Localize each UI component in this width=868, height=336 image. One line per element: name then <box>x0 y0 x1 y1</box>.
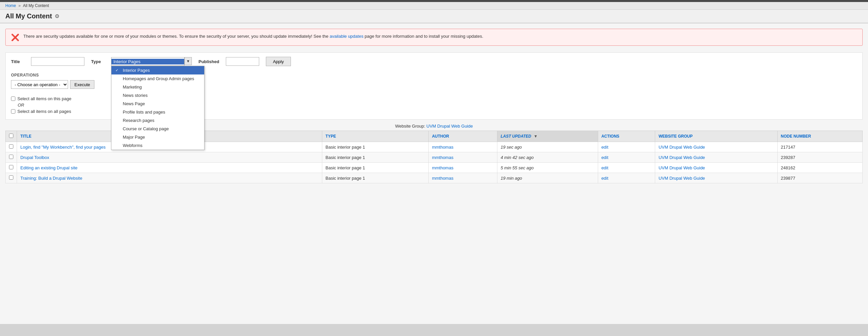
type-filter-label: Type <box>91 59 104 64</box>
select-all-header-checkbox[interactable] <box>9 134 13 138</box>
dropdown-item-interior-pages[interactable]: ✓ Interior Pages <box>112 66 204 75</box>
row-title-cell: Drupal Toolbox <box>17 152 322 163</box>
row-title-cell: Training: Build a Drupal Website <box>17 173 322 184</box>
type-dropdown-menu: ✓ Interior Pages Homepages and Group Adm… <box>111 66 205 150</box>
th-website-group[interactable]: WEBSITE GROUP <box>655 131 777 142</box>
row-group-link[interactable]: UVM Drupal Web Guide <box>658 155 705 160</box>
row-group-cell: UVM Drupal Web Guide <box>655 152 777 163</box>
th-last-updated-label: LAST UPDATED <box>501 134 531 139</box>
th-title-label: TITLE <box>20 134 31 139</box>
alert-message-end: page for more information and to install… <box>363 34 483 39</box>
row-author-link[interactable]: mmthomas <box>432 165 453 170</box>
row-author-link[interactable]: mmthomas <box>432 145 453 150</box>
dropdown-item-profile-lists[interactable]: Profile lists and pages <box>112 108 204 116</box>
dropdown-label: Course or Catalog page <box>123 126 169 131</box>
th-type-label: TYPE <box>326 134 336 139</box>
title-filter-label: Title <box>11 59 24 64</box>
dropdown-label: News stories <box>123 93 148 98</box>
row-updated-cell: 5 min 55 sec ago <box>497 163 598 173</box>
table-row: Training: Build a Drupal Website Basic i… <box>6 173 863 184</box>
alert-box: ❌ There are security updates available f… <box>5 29 863 46</box>
website-group-link[interactable]: UVM Drupal Web Guide <box>426 123 473 129</box>
dropdown-label: Webforms <box>123 143 143 148</box>
select-all-this-page-label: Select all items on this page <box>17 96 71 101</box>
row-group-link[interactable]: UVM Drupal Web Guide <box>658 165 705 170</box>
select-all-this-page-checkbox[interactable] <box>11 96 16 101</box>
th-last-updated[interactable]: LAST UPDATED ▼ <box>497 131 598 142</box>
dropdown-item-news-page[interactable]: News Page <box>112 100 204 108</box>
th-checkbox <box>6 131 17 142</box>
table-row: Drupal Toolbox Basic interior page 1 mmt… <box>6 152 863 163</box>
dropdown-label: Marketing <box>123 84 142 89</box>
page-title-bar: All My Content ⚙ <box>0 10 868 23</box>
dropdown-item-research[interactable]: Research pages <box>112 116 204 124</box>
th-actions[interactable]: ACTIONS <box>598 131 655 142</box>
dropdown-item-news-stories[interactable]: News stories <box>112 91 204 100</box>
row-actions-cell: edit <box>598 142 655 152</box>
row-type-cell: Basic interior page 1 <box>322 163 428 173</box>
error-icon: ❌ <box>11 33 19 41</box>
row-actions-cell: edit <box>598 173 655 184</box>
row-edit-link[interactable]: edit <box>601 176 609 181</box>
row-author-cell: mmthomas <box>428 142 497 152</box>
row-type-cell: Basic interior page 1 <box>322 152 428 163</box>
row-checkbox-cell <box>6 152 17 163</box>
row-group-link[interactable]: UVM Drupal Web Guide <box>658 176 705 181</box>
operations-select[interactable]: - Choose an operation - - Choose an oper… <box>11 80 68 89</box>
dropdown-label: News Page <box>123 101 145 106</box>
type-selected-item: Interior Pages <box>112 59 184 64</box>
th-website-group-label: WEBSITE GROUP <box>658 134 692 139</box>
row-edit-link[interactable]: edit <box>601 165 609 170</box>
alert-text: There are security updates available for… <box>23 33 484 40</box>
row-checkbox[interactable] <box>9 165 13 169</box>
row-node-cell: 239287 <box>777 152 862 163</box>
table-row: Editing an existing Drupal site Basic in… <box>6 163 863 173</box>
th-author[interactable]: AUTHOR <box>428 131 497 142</box>
row-title-link[interactable]: Login, find "My Workbench", find your pa… <box>20 145 105 150</box>
execute-button[interactable]: Execute <box>70 80 94 89</box>
apply-button[interactable]: Apply <box>266 57 291 66</box>
page-title: All My Content <box>5 12 52 20</box>
dropdown-item-major-page[interactable]: Major Page <box>112 133 204 141</box>
row-title-link[interactable]: Training: Build a Drupal Website <box>20 176 83 181</box>
row-checkbox-cell <box>6 173 17 184</box>
dropdown-item-marketing[interactable]: Marketing <box>112 83 204 91</box>
row-updated-cell: 19 sec ago <box>497 142 598 152</box>
th-author-label: AUTHOR <box>432 134 449 139</box>
row-title-link[interactable]: Drupal Toolbox <box>20 155 49 160</box>
alert-message-start: There are security updates available for… <box>23 34 330 39</box>
breadcrumb-home[interactable]: Home <box>5 3 16 8</box>
row-group-link[interactable]: UVM Drupal Web Guide <box>658 145 705 150</box>
row-edit-link[interactable]: edit <box>601 155 609 160</box>
row-type-cell: Basic interior page 1 <box>322 173 428 184</box>
title-filter-input[interactable] <box>31 57 84 66</box>
dropdown-label: Homepages and Group Admin pages <box>123 76 194 81</box>
row-edit-link[interactable]: edit <box>601 145 609 150</box>
dropdown-label: Major Page <box>123 135 145 140</box>
type-select-display[interactable]: Interior Pages <box>111 57 184 66</box>
type-dropdown-arrow[interactable]: ▼ <box>184 57 192 65</box>
row-checkbox-cell <box>6 142 17 152</box>
dropdown-item-course-catalog[interactable]: Course or Catalog page <box>112 124 204 133</box>
dropdown-item-webforms[interactable]: Webforms <box>112 141 204 150</box>
row-checkbox[interactable] <box>9 175 13 180</box>
row-checkbox-cell <box>6 163 17 173</box>
main-content: ❌ There are security updates available f… <box>0 23 868 324</box>
th-node-number[interactable]: NODE NUMBER <box>777 131 862 142</box>
row-author-link[interactable]: mmthomas <box>432 155 453 160</box>
row-checkbox[interactable] <box>9 144 13 149</box>
select-all-all-pages-label: Select all items on all pages <box>17 109 71 114</box>
sort-arrow-icon: ▼ <box>534 134 538 139</box>
type-dropdown-container: Interior Pages ▼ ✓ Interior Pages Homepa… <box>111 57 192 66</box>
row-author-link[interactable]: mmthomas <box>432 176 453 181</box>
checkmark-icon: ✓ <box>116 68 120 73</box>
th-type[interactable]: TYPE <box>322 131 428 142</box>
alert-link[interactable]: available updates <box>330 34 363 39</box>
dropdown-label: Profile lists and pages <box>123 110 165 115</box>
settings-icon[interactable]: ⚙ <box>55 13 59 19</box>
published-filter-input[interactable] <box>226 57 259 66</box>
row-title-link[interactable]: Editing an existing Drupal site <box>20 165 78 170</box>
select-all-all-pages-checkbox[interactable] <box>11 109 16 114</box>
row-checkbox[interactable] <box>9 155 13 159</box>
dropdown-item-homepages[interactable]: Homepages and Group Admin pages <box>112 75 204 83</box>
